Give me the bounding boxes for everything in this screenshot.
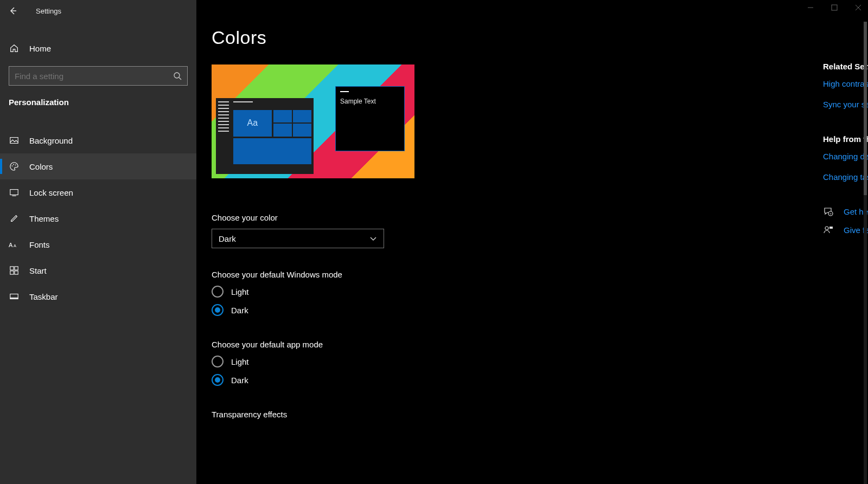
settings-sidebar: Settings Home Personalization Background… — [0, 0, 196, 484]
svg-rect-10 — [10, 271, 14, 274]
preview-start-menu: Aa — [216, 98, 314, 174]
arrow-left-icon — [9, 7, 17, 15]
svg-point-4 — [15, 164, 16, 165]
windows-mode-light[interactable]: Light — [212, 286, 614, 298]
sidebar-item-taskbar[interactable]: Taskbar — [0, 283, 196, 309]
maximize-button[interactable] — [830, 3, 839, 12]
start-icon — [9, 266, 20, 275]
sidebar-item-label: Start — [29, 266, 47, 275]
svg-rect-14 — [832, 5, 837, 10]
preview-sample-text: Sample Text — [340, 98, 400, 105]
link-changing-desktop-colors[interactable]: Changing desktop or background colors — [823, 151, 868, 162]
lock-screen-icon — [9, 188, 20, 197]
link-changing-taskbar-color[interactable]: Changing taskbar color — [823, 172, 868, 183]
svg-rect-1 — [10, 138, 18, 144]
radio-label: Dark — [231, 376, 248, 385]
choose-color-value: Dark — [219, 234, 236, 243]
sidebar-item-themes[interactable]: Themes — [0, 205, 196, 231]
sidebar-item-lock-screen[interactable]: Lock screen — [0, 179, 196, 205]
radio-label: Dark — [231, 306, 248, 315]
chat-help-icon: ? — [823, 206, 834, 217]
sidebar-item-label: Taskbar — [29, 292, 58, 301]
sidebar-item-label: Lock screen — [29, 188, 73, 197]
radio-icon — [212, 286, 224, 298]
sidebar-item-label: Fonts — [29, 240, 50, 249]
radio-icon — [212, 356, 224, 367]
app-mode-label: Choose your default app mode — [212, 340, 614, 349]
give-feedback-link[interactable]: Give feedback — [823, 225, 868, 236]
svg-text:A: A — [9, 242, 13, 248]
svg-rect-13 — [10, 298, 18, 299]
search-input[interactable] — [15, 72, 165, 81]
themes-icon — [9, 214, 20, 223]
radio-label: Light — [231, 357, 249, 366]
app-mode-dark[interactable]: Dark — [212, 374, 614, 386]
svg-rect-9 — [15, 267, 18, 270]
taskbar-icon — [9, 292, 20, 301]
svg-point-17 — [825, 227, 828, 230]
search-box[interactable] — [9, 66, 188, 86]
fonts-icon: AA — [9, 240, 20, 249]
get-help-link[interactable]: ? Get help — [823, 206, 868, 217]
minimize-button[interactable] — [806, 3, 815, 12]
link-high-contrast[interactable]: High contrast settings — [823, 79, 868, 89]
close-button[interactable] — [854, 3, 863, 12]
sidebar-item-colors[interactable]: Colors — [0, 153, 196, 179]
sidebar-item-fonts[interactable]: AA Fonts — [0, 231, 196, 257]
transparency-label: Transparency effects — [212, 410, 614, 419]
right-rail: Related Settings High contrast settings … — [823, 62, 868, 260]
radio-label: Light — [231, 287, 249, 296]
svg-rect-18 — [829, 227, 833, 229]
feedback-icon — [823, 225, 834, 236]
palette-icon — [9, 162, 20, 171]
search-icon — [173, 72, 182, 80]
svg-point-2 — [12, 165, 13, 166]
sidebar-item-label: Themes — [29, 214, 59, 223]
scroll-thumb[interactable] — [864, 22, 867, 195]
windows-mode-label: Choose your default Windows mode — [212, 270, 614, 279]
link-sync-settings[interactable]: Sync your settings — [823, 99, 868, 110]
scrollbar[interactable] — [864, 22, 867, 484]
back-button[interactable] — [8, 5, 18, 16]
help-from-web-title: Help from the web — [823, 134, 868, 144]
sidebar-item-label: Background — [29, 136, 73, 145]
main-area: Colors Aa — [196, 0, 868, 484]
preview-sample-window: Sample Text — [335, 86, 405, 151]
svg-rect-5 — [10, 190, 18, 195]
sidebar-section-label: Personalization — [0, 86, 196, 107]
windows-mode-dark[interactable]: Dark — [212, 304, 614, 316]
chevron-down-icon — [369, 235, 377, 242]
color-preview: Aa Sample Text — [212, 64, 414, 178]
page-title: Colors — [212, 27, 614, 48]
radio-checked-icon — [212, 374, 224, 386]
radio-checked-icon — [212, 304, 224, 316]
picture-icon — [9, 135, 20, 145]
sidebar-nav: Background Colors Lock screen Themes AA … — [0, 127, 196, 309]
svg-point-3 — [13, 164, 14, 165]
app-mode-light[interactable]: Light — [212, 356, 614, 367]
svg-rect-8 — [10, 267, 14, 270]
svg-point-0 — [174, 73, 180, 78]
sidebar-item-start[interactable]: Start — [0, 257, 196, 283]
preview-tile-aa: Aa — [233, 110, 272, 137]
svg-rect-11 — [15, 271, 18, 274]
choose-color-label: Choose your color — [212, 213, 614, 222]
sidebar-item-background[interactable]: Background — [0, 127, 196, 153]
app-title: Settings — [36, 7, 61, 15]
sidebar-home-label: Home — [29, 44, 51, 53]
choose-color-select[interactable]: Dark — [212, 229, 384, 248]
sidebar-home[interactable]: Home — [0, 37, 196, 60]
svg-text:A: A — [14, 243, 16, 248]
home-icon — [9, 43, 20, 53]
sidebar-item-label: Colors — [29, 162, 53, 171]
related-settings-title: Related Settings — [823, 62, 868, 71]
